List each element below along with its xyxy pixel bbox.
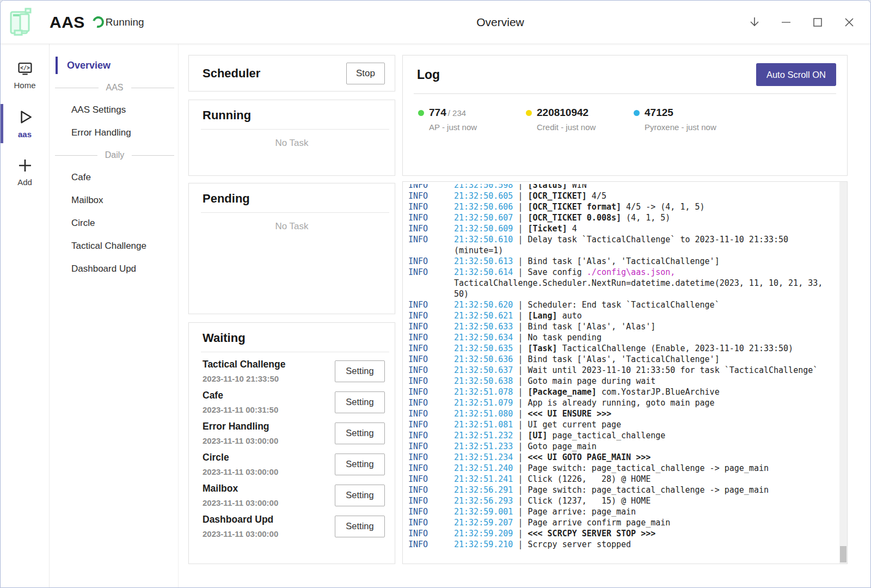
- log-level: INFO: [408, 365, 428, 376]
- log-message-segment: Bind task ['Alas', 'TacticalChallenge']: [527, 256, 719, 266]
- log-message-segment: [Status]: [527, 184, 567, 190]
- scheduler-status: Running: [93, 16, 144, 28]
- app-name: AAS: [50, 13, 85, 32]
- waiting-task-name: Circle: [203, 452, 278, 463]
- log-message-segment: <<< UI ENSURE >>>: [527, 409, 611, 419]
- close-icon[interactable]: [842, 15, 856, 29]
- log-line: INFO21:32:50.637 | Wait until 2023-11-10…: [403, 365, 833, 376]
- log-separator: |: [513, 354, 527, 364]
- log-separator: |: [513, 485, 527, 495]
- waiting-task-name: Error Handling: [203, 421, 278, 432]
- auto-scroll-button[interactable]: Auto Scroll ON: [756, 63, 836, 86]
- log-level: INFO: [408, 299, 428, 310]
- nav-item-aas-settings[interactable]: AAS Settings: [50, 99, 178, 121]
- log-separator: |: [513, 184, 527, 190]
- task-setting-button[interactable]: Setting: [335, 485, 385, 506]
- log-message-segment: Scheduler: End task `TacticalChallenge`: [527, 300, 719, 310]
- log-timestamp: 21:32:59.207: [454, 518, 513, 528]
- log-message-segment: WIN: [567, 184, 587, 190]
- task-setting-button[interactable]: Setting: [335, 360, 385, 382]
- log-message-segment: TacticalChallenge (Enable, 2023-11-10 21…: [557, 344, 793, 353]
- log-separator: |: [513, 409, 527, 419]
- log-level: INFO: [408, 212, 428, 223]
- rail-item-add[interactable]: Add: [1, 153, 49, 191]
- log-separator: |: [513, 333, 527, 342]
- log-line: INFO21:32:50.633 | Bind task ['Alas', 'A…: [403, 321, 833, 332]
- nav-menu: OverviewAASAAS SettingsError HandlingDai…: [50, 44, 179, 587]
- log-separator: |: [513, 235, 527, 244]
- task-setting-button[interactable]: Setting: [335, 391, 385, 413]
- stop-button[interactable]: Stop: [346, 63, 385, 84]
- nav-item-error-handling[interactable]: Error Handling: [50, 121, 178, 144]
- stat-label: Credit - just now: [526, 122, 634, 132]
- log-line: INFO21:32:50.621 | [Lang] auto: [403, 310, 833, 321]
- nav-item-overview[interactable]: Overview: [50, 54, 178, 77]
- log-separator: |: [513, 474, 527, 484]
- log-level: INFO: [408, 184, 428, 191]
- log-line: INFO21:32:51.080 | <<< UI ENSURE >>>: [403, 408, 833, 419]
- log-message-segment: Click (1237, 15) @ HOME: [527, 496, 651, 506]
- task-setting-button[interactable]: Setting: [335, 516, 385, 537]
- log-level: INFO: [408, 506, 428, 517]
- divider: [201, 212, 389, 213]
- nav-item-dashboard-upd[interactable]: Dashboard Upd: [50, 258, 178, 280]
- log-message-segment: <<< SCRCPY SERVER STOP >>>: [527, 529, 655, 538]
- divider: [201, 129, 389, 130]
- waiting-task-name: Cafe: [203, 390, 278, 401]
- log-timestamp: 21:32:50.637: [454, 365, 513, 375]
- running-title: Running: [189, 108, 395, 129]
- log-level: INFO: [408, 408, 428, 419]
- log-separator: |: [513, 496, 527, 506]
- log-message-segment: [OCR_TICKET 0.008s]: [527, 213, 621, 223]
- log-message-segment: App is already running, goto main page: [527, 398, 714, 408]
- log-message-segment: <<< UI GOTO PAGE_MAIN >>>: [527, 452, 651, 462]
- divider: [414, 93, 836, 94]
- log-timestamp: 21:32:50.610: [454, 235, 513, 244]
- log-timestamp: 21:32:56.293: [454, 496, 513, 506]
- log-line: INFO21:32:50.610 | Delay task `TacticalC…: [403, 234, 833, 256]
- waiting-task-next-run: 2023-11-11 03:00:00: [203, 436, 278, 445]
- app-body: </> Home aas Add OverviewAASAA: [1, 44, 870, 587]
- log-timestamp: 21:32:50.636: [454, 354, 513, 364]
- divider-line: [55, 88, 99, 88]
- maximize-icon[interactable]: [811, 15, 825, 29]
- nav-item-tactical-challenge[interactable]: Tactical Challenge: [50, 235, 178, 258]
- log-line: INFO21:32:51.081 | UI get current page: [403, 419, 833, 430]
- log-message-segment: auto: [557, 311, 582, 321]
- log-timestamp: 21:32:56.291: [454, 485, 513, 495]
- app-logo-devices-icon: [6, 6, 39, 39]
- download-icon[interactable]: [747, 15, 762, 29]
- log-message-segment: page_tactical_challenge: [548, 431, 666, 440]
- log-output-card[interactable]: INFO21:32:50.598 | [Status] WININFO21:32…: [402, 181, 848, 564]
- rail-label: Add: [17, 177, 32, 187]
- log-level: INFO: [408, 191, 428, 201]
- rail-item-aas[interactable]: aas: [1, 104, 49, 143]
- nav-item-circle[interactable]: Circle: [50, 212, 178, 235]
- waiting-task-next-run: 2023-11-11 03:00:00: [203, 498, 278, 507]
- log-scrollbar[interactable]: [839, 182, 847, 564]
- log-timestamp: 21:32:59.001: [454, 507, 513, 517]
- log-line: INFO21:32:51.232 | [UI] page_tactical_ch…: [403, 430, 833, 441]
- log-line: INFO21:32:51.234 | <<< UI GOTO PAGE_MAIN…: [403, 452, 833, 463]
- nav-item-mailbox[interactable]: Mailbox: [50, 189, 178, 212]
- log-timestamp: 21:32:51.080: [454, 409, 513, 419]
- divider-line: [131, 88, 175, 88]
- log-scrollbar-thumb[interactable]: [840, 546, 847, 562]
- stat-value-row: 47125: [634, 107, 741, 119]
- log-separator: |: [513, 518, 527, 528]
- task-setting-button[interactable]: Setting: [335, 422, 385, 444]
- log-header-top: Log Auto Scroll ON: [414, 63, 836, 86]
- log-timestamp: 21:32:59.210: [454, 540, 513, 549]
- stat-value: 220810942: [537, 107, 588, 119]
- rail-item-home[interactable]: </> Home: [1, 57, 49, 94]
- icon-rail: </> Home aas Add: [1, 44, 50, 587]
- log-message-segment: 4/5 -> (4, 1, 5): [621, 202, 705, 212]
- log-level: INFO: [408, 528, 428, 539]
- log-timestamp: 21:32:51.234: [454, 452, 513, 462]
- log-timestamp: 21:32:50.607: [454, 213, 513, 223]
- minimize-icon[interactable]: [779, 15, 793, 29]
- nav-item-cafe[interactable]: Cafe: [50, 166, 178, 189]
- waiting-card: Waiting Tactical Challenge2023-11-10 21:…: [188, 322, 395, 564]
- log-timestamp: 21:32:50.614: [454, 267, 513, 277]
- task-setting-button[interactable]: Setting: [335, 454, 385, 475]
